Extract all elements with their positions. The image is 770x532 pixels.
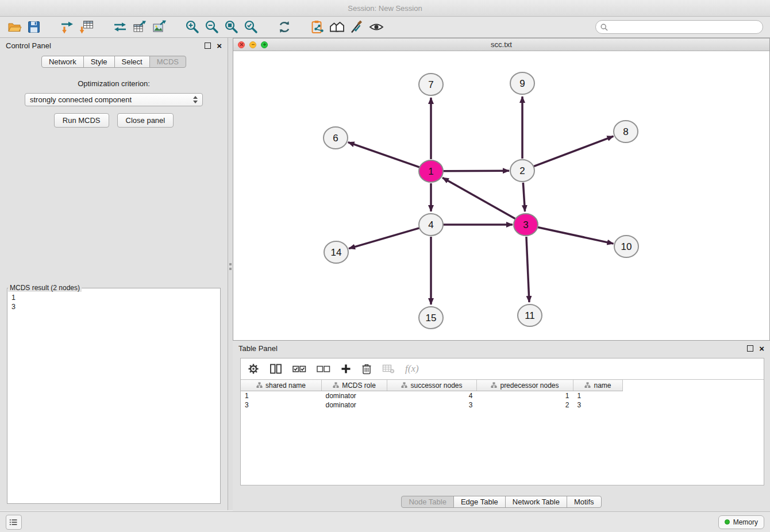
table-cell[interactable]: 1 [241,391,322,401]
table-tab-motifs[interactable]: Motifs [567,496,602,508]
svg-text:6: 6 [333,133,338,144]
graph-node-3[interactable]: 3 [514,214,538,236]
eye-icon[interactable] [368,18,385,36]
select-all-rows-icon[interactable] [292,364,306,373]
zoom-in-icon[interactable] [184,18,201,36]
show-columns-icon[interactable] [270,363,282,375]
column-header-shared-name[interactable]: shared name [241,380,322,391]
zoom-fit-icon[interactable] [223,18,240,36]
mcds-result-textarea[interactable]: 13 [8,292,220,503]
panel-splitter[interactable] [228,38,233,510]
dropdown-stepper-icon [193,96,198,103]
graph-edge-3-1[interactable] [442,178,515,218]
network-canvas[interactable]: 7968124314101511 [233,51,769,341]
tab-network[interactable]: Network [41,56,84,68]
search-input[interactable] [611,22,758,32]
table-cell[interactable]: dominator [322,400,387,410]
column-header-MCDS-role[interactable]: MCDS role [322,380,387,391]
table-cell[interactable]: 1 [477,391,573,401]
ndex-home-icon[interactable] [329,18,346,36]
table-settings-gear-icon[interactable] [248,363,259,375]
table-tab-network-table[interactable]: Network Table [505,496,567,508]
column-type-icon [333,382,339,388]
export-table-icon[interactable] [131,18,148,36]
network-window-titlebar[interactable]: scc.txt [233,38,769,51]
close-panel-icon[interactable]: × [217,41,222,50]
table-cell[interactable]: dominator [322,391,387,401]
tab-style[interactable]: Style [83,56,115,68]
zoom-out-icon[interactable] [203,18,221,36]
table-row[interactable]: 3dominator323 [241,400,764,410]
memory-status-icon [725,519,730,525]
graph-node-10[interactable]: 10 [614,236,638,257]
paste-network-icon[interactable] [309,18,326,36]
window-title: Session: New Session [348,4,422,13]
style-wand-icon[interactable] [348,18,365,36]
table-cell[interactable]: 2 [477,400,573,410]
delete-column-trash-icon[interactable] [361,363,372,375]
close-panel-button[interactable]: Close panel [117,113,174,128]
graph-edge-1-2[interactable] [443,171,509,171]
float-panel-icon[interactable] [205,43,211,49]
save-session-icon[interactable] [25,18,43,36]
graph-edge-3-10[interactable] [538,227,614,244]
graph-edge-2-8[interactable] [534,136,614,166]
task-history-button[interactable] [6,515,22,530]
table-cell[interactable]: 3 [573,400,623,410]
deselect-all-rows-icon[interactable] [317,364,330,373]
run-mcds-button[interactable]: Run MCDS [54,113,109,128]
graph-node-6[interactable]: 6 [324,127,348,149]
export-image-icon[interactable] [151,18,168,36]
graph-node-15[interactable]: 15 [419,307,443,329]
import-network-file-icon[interactable] [59,18,76,36]
import-table-file-icon[interactable] [78,18,95,36]
column-header-successor-nodes[interactable]: successor nodes [387,380,477,391]
column-header-predecessor-nodes[interactable]: predecessor nodes [477,380,573,391]
graph-edge-4-14[interactable] [349,228,419,249]
graph-edge-2-3[interactable] [523,183,525,211]
window-close-button[interactable] [238,41,245,48]
new-network-icon[interactable] [111,18,129,36]
graph-node-4[interactable]: 4 [419,214,443,236]
open-session-icon[interactable] [6,18,23,36]
network-graph[interactable]: 7968124314101511 [233,51,769,341]
table-tab-edge-table[interactable]: Edge Table [453,496,506,508]
graph-node-2[interactable]: 2 [510,160,534,182]
search-box[interactable] [595,20,763,34]
node-table: shared nameMCDS rolesuccessor nodesprede… [241,379,764,410]
memory-button[interactable]: Memory [718,515,764,529]
mcds-result-group: MCDS result (2 nodes) 13 [7,284,221,504]
table-tab-node-table[interactable]: Node Table [401,496,454,508]
delete-table-icon [382,364,395,374]
table-row[interactable]: 1dominator411 [241,391,764,401]
tab-mcds[interactable]: MCDS [149,56,186,68]
add-column-icon[interactable] [341,364,351,374]
table-header-row: shared nameMCDS rolesuccessor nodesprede… [241,380,764,391]
graph-edge-1-6[interactable] [348,142,419,167]
close-table-panel-icon[interactable]: × [759,344,764,353]
tab-select[interactable]: Select [114,56,150,68]
graph-node-7[interactable]: 7 [419,74,443,95]
table-cell[interactable]: 3 [387,400,477,410]
graph-node-1[interactable]: 1 [419,160,443,182]
table-cell[interactable]: 4 [387,391,477,401]
column-type-icon [584,382,591,388]
column-type-icon [491,382,497,388]
optimization-criterion-label: Optimization criterion: [0,79,228,88]
graph-edge-3-11[interactable] [526,237,529,302]
graph-node-9[interactable]: 9 [510,72,534,94]
svg-text:3: 3 [523,219,528,230]
window-minimize-button[interactable] [249,41,256,48]
graph-node-11[interactable]: 11 [518,304,542,326]
graph-node-8[interactable]: 8 [614,121,638,142]
window-zoom-button[interactable] [261,41,268,48]
criterion-dropdown[interactable]: strongly connected component [25,93,203,106]
graph-node-14[interactable]: 14 [324,241,348,263]
network-window-title: scc.txt [233,40,769,49]
refresh-icon[interactable] [276,18,293,36]
zoom-selected-icon[interactable] [242,18,260,36]
table-cell[interactable]: 3 [241,400,322,410]
table-cell[interactable]: 1 [573,391,623,401]
column-header-name[interactable]: name [573,380,623,391]
float-table-panel-icon[interactable] [747,345,753,352]
